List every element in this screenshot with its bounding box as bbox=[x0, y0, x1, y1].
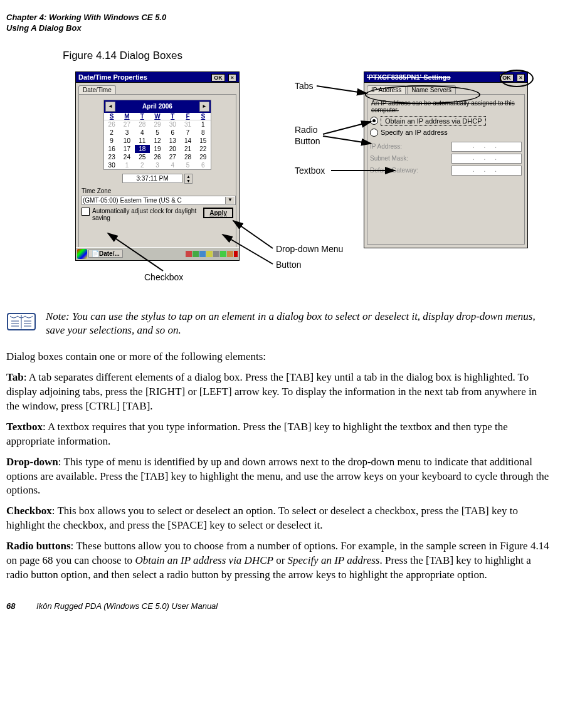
tab-name-servers[interactable]: Name Servers bbox=[407, 85, 456, 94]
titlebar-right: 'PTXCF8385PN1' Settings OK × bbox=[364, 72, 527, 83]
dst-checkbox[interactable] bbox=[82, 208, 90, 216]
tray-icon[interactable] bbox=[199, 251, 206, 257]
checkbox-paragraph: Checkbox: This box allows you to select … bbox=[6, 504, 550, 533]
dropdown-paragraph: Drop-down: This type of menu is identifi… bbox=[6, 455, 550, 499]
ip-description: An IP address can be automatically assig… bbox=[371, 100, 520, 113]
tray-icon[interactable] bbox=[213, 251, 219, 257]
prev-month-icon[interactable]: ◄ bbox=[105, 102, 115, 112]
tray-icon[interactable] bbox=[186, 251, 192, 257]
annot-radio-line1: Radio bbox=[295, 125, 318, 135]
calendar[interactable]: ◄ April 2006 ► SMTWTFS262728293031123456… bbox=[103, 100, 211, 170]
tab-ip-address[interactable]: IP Address bbox=[367, 85, 406, 94]
page-header: Chapter 4: Working With Windows CE 5.0 U… bbox=[6, 13, 550, 34]
system-tray bbox=[186, 251, 238, 257]
task-button-datetime[interactable]: 📄Date/... bbox=[88, 250, 123, 258]
timezone-value: (GMT-05:00) Eastern Time (US & C bbox=[83, 197, 182, 204]
intro-text: Dialog boxes contain one or more of the … bbox=[6, 350, 550, 364]
timezone-label: Time Zone bbox=[82, 187, 233, 194]
textbox-paragraph: Textbox: A textbox requires that you typ… bbox=[6, 420, 550, 449]
figure-title: Figure 4.14 Dialog Boxes bbox=[63, 50, 550, 62]
window-title-left: Date/Time Properties bbox=[78, 73, 147, 81]
ip-address-label: IP Address: bbox=[370, 143, 402, 150]
titlebar-left: Date/Time Properties OK × bbox=[76, 72, 239, 83]
ip-address-input[interactable]: . . . bbox=[451, 142, 522, 152]
radio-specify[interactable] bbox=[370, 129, 378, 137]
tray-icon[interactable] bbox=[193, 251, 199, 257]
page-number: 68 bbox=[6, 601, 15, 611]
dropdown-arrow-icon: ▼ bbox=[225, 197, 235, 204]
close-button-right[interactable]: × bbox=[517, 74, 525, 82]
timezone-dropdown[interactable]: (GMT-05:00) Eastern Time (US & C ▼ bbox=[82, 196, 236, 205]
annot-tabs: Tabs bbox=[295, 81, 314, 91]
close-button-left[interactable]: × bbox=[228, 74, 236, 82]
footer-title: Ikôn Rugged PDA (Windows CE 5.0) User Ma… bbox=[36, 601, 218, 611]
header-line1: Chapter 4: Working With Windows CE 5.0 bbox=[6, 13, 550, 23]
note-body: You can use the stylus to tap on an elem… bbox=[46, 310, 535, 336]
annot-radio-line2: Button bbox=[295, 136, 320, 146]
header-line2: Using A Dialog Box bbox=[6, 23, 550, 34]
radio-dhcp[interactable] bbox=[370, 117, 378, 125]
ok-button-right[interactable]: OK bbox=[500, 74, 514, 82]
calendar-month: April 2006 bbox=[142, 103, 172, 110]
start-icon[interactable] bbox=[77, 249, 87, 259]
radio-paragraph: Radio buttons: These buttons allow you t… bbox=[6, 539, 550, 583]
window-title-right: 'PTXCF8385PN1' Settings bbox=[367, 73, 451, 81]
apply-button[interactable]: Apply bbox=[203, 208, 233, 218]
time-spinner[interactable]: ▲▼ bbox=[184, 174, 193, 184]
figure-area: Date/Time Properties OK × Date/Time ◄ Ap… bbox=[63, 71, 550, 303]
tray-icon[interactable] bbox=[227, 251, 233, 257]
note-text: Note: You can use the stylus to tap on a… bbox=[46, 310, 550, 337]
radio-specify-label: Specify an IP address bbox=[381, 129, 448, 136]
tray-icon[interactable] bbox=[234, 251, 238, 257]
default-gateway-input[interactable]: . . . bbox=[451, 166, 522, 176]
annot-checkbox: Checkbox bbox=[144, 272, 183, 282]
note-label: Note: bbox=[46, 310, 70, 322]
datetime-properties-window: Date/Time Properties OK × Date/Time ◄ Ap… bbox=[75, 71, 240, 261]
subnet-mask-label: Subnet Mask: bbox=[370, 155, 408, 162]
annot-button: Button bbox=[276, 260, 301, 270]
next-month-icon[interactable]: ► bbox=[199, 102, 209, 112]
subnet-mask-input[interactable]: . . . bbox=[451, 154, 522, 164]
tray-icon[interactable] bbox=[206, 251, 213, 257]
taskbar: 📄Date/... bbox=[76, 247, 239, 260]
ok-button-left[interactable]: OK bbox=[211, 74, 225, 82]
dst-checkbox-label: Automatically adjust clock for daylight … bbox=[92, 208, 201, 221]
annot-dropdown: Drop-down Menu bbox=[276, 244, 343, 254]
note-icon bbox=[6, 310, 36, 335]
page-footer: 68 Ikôn Rugged PDA (Windows CE 5.0) User… bbox=[6, 601, 550, 611]
network-settings-window: 'PTXCF8385PN1' Settings OK × IP Address … bbox=[364, 71, 528, 248]
annot-textbox: Textbox bbox=[295, 166, 325, 176]
radio-dhcp-label: Obtain an IP address via DHCP bbox=[381, 116, 486, 126]
tray-icon[interactable] bbox=[220, 251, 226, 257]
tab-datetime[interactable]: Date/Time bbox=[78, 85, 116, 94]
default-gateway-label: Default Gateway: bbox=[370, 167, 418, 174]
tab-paragraph: Tab: A tab separates different elements … bbox=[6, 371, 550, 414]
svg-line-0 bbox=[317, 86, 367, 93]
time-input[interactable] bbox=[122, 174, 182, 183]
